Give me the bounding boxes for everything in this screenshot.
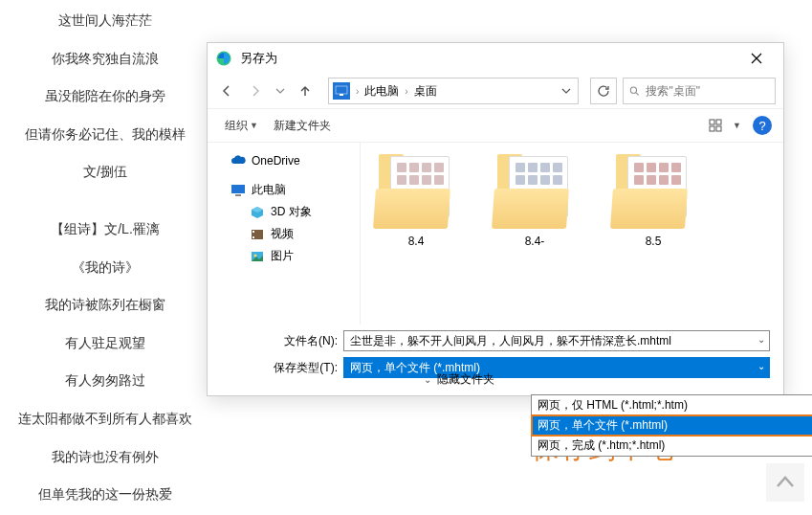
savetype-dropdown: 网页，仅 HTML (*.html;*.htm) 网页，单个文件 (*.mhtm… — [531, 394, 812, 457]
breadcrumb-separator: › — [405, 86, 407, 97]
folder-label: 8.4- — [489, 235, 581, 248]
tree-this-pc[interactable]: 此电脑 — [211, 179, 356, 201]
poem-line: 但单凭我的这一份热爱 — [0, 485, 210, 504]
tree-label: OneDrive — [252, 154, 300, 168]
refresh-button[interactable] — [590, 78, 617, 104]
arrow-up-icon — [298, 84, 312, 98]
chevron-down-icon — [275, 86, 285, 96]
dropdown-option-html-only[interactable]: 网页，仅 HTML (*.html;*.htm) — [532, 395, 812, 415]
cube-icon — [250, 205, 265, 220]
filename-value: 尘世是非，躲不开人间风月，人间风月，躲不开情深意长.mhtml — [350, 333, 671, 349]
poem-line: 这世间人海茫茫 — [0, 11, 210, 31]
poem-line: 《我的诗》 — [0, 258, 210, 278]
savetype-row: 保存类型(T): 网页，单个文件 (*.mhtml) ⌄ — [265, 357, 770, 378]
fields-area: 文件名(N): 尘世是非，躲不开人间风月，人间风月，躲不开情深意长.mhtml … — [208, 325, 783, 378]
filename-label: 文件名(N): — [265, 333, 338, 349]
chevron-down-icon[interactable]: ⌄ — [757, 334, 765, 345]
savetype-select[interactable]: 网页，单个文件 (*.mhtml) ⌄ — [343, 357, 770, 378]
svg-rect-11 — [252, 231, 254, 233]
search-icon — [629, 85, 640, 98]
scroll-to-top-button[interactable] — [766, 463, 804, 502]
arrow-right-icon — [249, 84, 262, 98]
nav-history-dropdown[interactable] — [273, 79, 288, 102]
monitor-icon — [333, 82, 350, 100]
svg-rect-9 — [235, 194, 241, 196]
edge-icon — [215, 50, 232, 67]
monitor-icon — [230, 183, 246, 198]
filename-row: 文件名(N): 尘世是非，躲不开人间风月，人间风月，躲不开情深意长.mhtml … — [265, 330, 770, 351]
poem-line: 文/捌伍 — [0, 163, 210, 182]
folder-icon — [492, 156, 578, 229]
chevron-down-icon: ▼ — [250, 121, 258, 130]
folder-item[interactable]: 8.5 — [607, 156, 699, 248]
svg-rect-8 — [231, 185, 245, 193]
film-icon — [250, 227, 265, 242]
image-icon — [250, 249, 265, 264]
nav-back-button[interactable] — [215, 79, 238, 102]
svg-rect-1 — [336, 86, 347, 94]
new-folder-button[interactable]: 新建文件夹 — [268, 114, 337, 138]
view-mode-button[interactable] — [704, 114, 727, 137]
folder-label: 8.4 — [370, 235, 462, 248]
svg-rect-12 — [252, 236, 254, 238]
poem-line: 连太阳都做不到所有人都喜欢 — [0, 410, 210, 429]
arrow-left-icon — [220, 84, 233, 98]
folder-icon — [373, 156, 459, 229]
refresh-icon — [597, 84, 610, 98]
close-icon — [751, 53, 762, 64]
view-dropdown[interactable]: ▼ — [731, 121, 743, 130]
folder-item[interactable]: 8.4- — [489, 156, 581, 248]
address-dropdown[interactable] — [559, 79, 574, 102]
tree-onedrive[interactable]: OneDrive — [211, 150, 356, 171]
search-input[interactable] — [646, 84, 769, 98]
cloud-icon — [230, 153, 246, 168]
dropdown-option-complete[interactable]: 网页，完成 (*.htm;*.html) — [532, 436, 812, 456]
close-button[interactable] — [737, 45, 776, 72]
address-bar[interactable]: › 此电脑 › 桌面 — [328, 78, 579, 104]
search-box[interactable] — [623, 78, 776, 104]
poem-line: 有人驻足观望 — [0, 334, 210, 353]
breadcrumb-desktop[interactable]: 桌面 — [414, 83, 437, 100]
nav-up-button[interactable] — [294, 79, 317, 102]
svg-rect-5 — [716, 120, 721, 124]
svg-point-3 — [630, 87, 636, 93]
background-poem: 这世间人海茫茫 你我终究独自流浪 虽没能陪在你的身旁 但请你务必记住、我的模样 … — [0, 11, 210, 515]
chevron-down-icon[interactable]: ⌄ — [757, 361, 765, 371]
chevron-down-icon: ⌄ — [424, 374, 431, 385]
toolbar: 组织▼ 新建文件夹 ▼ ? — [208, 108, 783, 143]
help-button[interactable]: ? — [753, 116, 772, 135]
tree-label: 视频 — [271, 226, 294, 242]
tree-label: 此电脑 — [252, 182, 286, 198]
poem-line: 【组诗】文/L.罹漓 — [0, 220, 210, 239]
folder-icon — [610, 156, 696, 229]
svg-rect-6 — [710, 126, 714, 131]
svg-rect-4 — [710, 120, 714, 124]
tree-label: 3D 对象 — [271, 204, 312, 220]
folder-label: 8.5 — [607, 235, 699, 248]
svg-rect-2 — [340, 94, 343, 96]
folder-item[interactable]: 8.4 — [370, 156, 462, 248]
view-icon — [709, 119, 722, 132]
dialog-title: 另存为 — [240, 50, 737, 67]
breadcrumb-this-pc[interactable]: 此电脑 — [364, 83, 399, 100]
chevron-down-icon — [561, 86, 571, 96]
dropdown-option-mhtml[interactable]: 网页，单个文件 (*.mhtml) — [532, 415, 812, 436]
breadcrumb-separator: › — [356, 86, 359, 97]
poem-line: 你我终究独自流浪 — [0, 50, 210, 69]
organize-button[interactable]: 组织▼ — [219, 114, 264, 138]
content-area: OneDrive 此电脑 3D 对象 视频 图片 8.4 — [208, 143, 783, 325]
poem-line: 我的诗也没有例外 — [0, 448, 210, 467]
titlebar: 另存为 — [208, 43, 783, 74]
nav-forward-button[interactable] — [244, 79, 267, 102]
tree-videos[interactable]: 视频 — [211, 223, 356, 245]
file-list: 8.4 8.4- 8.5 — [361, 143, 783, 325]
filename-input[interactable]: 尘世是非，躲不开人间风月，人间风月，躲不开情深意长.mhtml ⌄ — [343, 330, 770, 351]
tree-label: 图片 — [271, 248, 294, 264]
chevron-up-icon — [775, 472, 796, 493]
savetype-label: 保存类型(T): — [265, 360, 338, 376]
nav-bar: › 此电脑 › 桌面 — [208, 74, 783, 108]
tree-3d-objects[interactable]: 3D 对象 — [211, 201, 356, 223]
save-as-dialog: 另存为 › 此电脑 › 桌面 组织▼ 新建文件夹 ▼ ? — [207, 42, 784, 396]
tree-pictures[interactable]: 图片 — [211, 245, 356, 267]
hide-folders-toggle[interactable]: ⌄ 隐藏文件夹 — [424, 371, 494, 388]
